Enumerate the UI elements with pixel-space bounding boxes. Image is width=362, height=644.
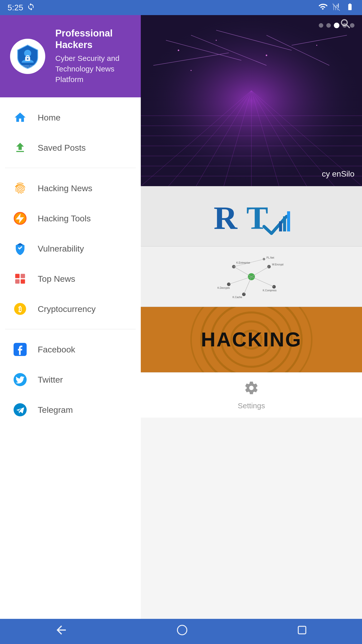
- svg-rect-46: [279, 221, 282, 231]
- status-right: [318, 2, 354, 13]
- svg-text:PL.Net: PL.Net: [266, 256, 274, 259]
- svg-text:K.Decrypts: K.Decrypts: [217, 287, 230, 289]
- svg-rect-47: [283, 216, 286, 231]
- back-button[interactable]: [54, 623, 68, 640]
- menu-section-social: Facebook Twitter: [0, 329, 141, 430]
- svg-text:W.Encrypt: W.Encrypt: [272, 263, 284, 266]
- menu-section-categories: Hacking News Hacking Tools: [0, 168, 141, 329]
- grid-icon: [13, 271, 28, 286]
- svg-rect-8: [15, 279, 20, 284]
- right-panel-header: [141, 15, 362, 35]
- banner-text: cy enSilo: [322, 169, 354, 179]
- saved-posts-label: Saved Posts: [38, 143, 86, 153]
- menu-item-cryptocurrency[interactable]: ₿ Cryptocurrency: [0, 294, 141, 324]
- svg-line-59: [251, 277, 274, 287]
- svg-text:ON SECURITY: ON SECURITY: [24, 67, 31, 68]
- svg-point-40: [216, 40, 217, 41]
- drawer: PROFESSIONAL HACKERS ON SECURITY Profess…: [0, 15, 141, 619]
- svg-point-43: [191, 70, 192, 71]
- sync-icon: [27, 3, 35, 13]
- drawer-menu: Home Saved Posts: [0, 97, 141, 619]
- rt-logo-svg: R T: [211, 196, 292, 236]
- svg-point-41: [266, 55, 267, 56]
- recent-apps-button[interactable]: [296, 624, 308, 639]
- status-time: 5:25: [8, 3, 23, 12]
- facebook-icon: [13, 342, 28, 357]
- svg-line-57: [251, 267, 269, 277]
- hacking-news-label: Hacking News: [38, 183, 92, 193]
- save-icon: [13, 140, 28, 155]
- telegram-label: Telegram: [38, 405, 73, 415]
- settings-area[interactable]: Settings: [141, 372, 362, 418]
- facebook-label: Facebook: [38, 345, 75, 354]
- fingerprint-icon: [13, 181, 28, 196]
- menu-item-telegram[interactable]: Telegram: [0, 395, 141, 425]
- hero-banner: cy enSilo: [141, 15, 362, 186]
- telegram-icon: [13, 402, 28, 417]
- svg-rect-48: [287, 211, 290, 231]
- settings-label: Settings: [238, 401, 265, 410]
- menu-section-main: Home Saved Posts: [0, 97, 141, 168]
- main-layout: PROFESSIONAL HACKERS ON SECURITY Profess…: [0, 15, 362, 619]
- gear-icon: [244, 380, 259, 399]
- top-news-label: Top News: [38, 274, 75, 284]
- svg-point-39: [178, 50, 179, 51]
- app-name: Professional Hackers: [55, 28, 131, 51]
- svg-line-58: [229, 277, 251, 284]
- home-label: Home: [38, 113, 61, 123]
- cryptocurrency-label: Cryptocurrency: [38, 304, 96, 314]
- network-background: [141, 15, 362, 186]
- network-diagram: K.Entreprise W.Encrypt K.Decrypts K.Comp…: [214, 252, 289, 302]
- svg-rect-6: [15, 274, 20, 278]
- bottom-nav-bar: [0, 619, 362, 644]
- lightning-icon: [13, 211, 28, 226]
- wifi-icon: [318, 2, 327, 13]
- bitcoin-icon: ₿: [13, 301, 28, 316]
- menu-item-vulnerability[interactable]: Vulnerability: [0, 233, 141, 264]
- vulnerability-label: Vulnerability: [38, 244, 84, 254]
- status-bar: 5:25: [0, 0, 362, 15]
- search-icon[interactable]: [339, 18, 352, 33]
- twitter-icon: [13, 372, 28, 387]
- svg-point-2: [27, 58, 28, 60]
- svg-text:K.Compress: K.Compress: [263, 289, 277, 292]
- signal-icon: [332, 2, 340, 13]
- app-logo: PROFESSIONAL HACKERS ON SECURITY: [10, 39, 45, 74]
- menu-item-top-news[interactable]: Top News: [0, 264, 141, 294]
- svg-point-14: [14, 403, 27, 416]
- svg-text:T: T: [246, 200, 268, 236]
- drawer-header-text: Professional Hackers Cyber Security and …: [55, 28, 131, 85]
- svg-rect-75: [298, 626, 306, 634]
- svg-line-56: [234, 267, 251, 277]
- twitter-label: Twitter: [38, 375, 63, 385]
- svg-rect-9: [21, 279, 25, 284]
- svg-rect-7: [21, 274, 25, 278]
- card-hacking[interactable]: HACKING: [141, 307, 362, 372]
- hacking-tools-label: Hacking Tools: [38, 214, 91, 223]
- svg-text:₿: ₿: [18, 305, 22, 313]
- card-network[interactable]: K.Entreprise W.Encrypt K.Decrypts K.Comp…: [141, 247, 362, 307]
- menu-item-facebook[interactable]: Facebook: [0, 334, 141, 365]
- shield-icon: [13, 241, 28, 256]
- battery-icon: [345, 3, 354, 13]
- status-left: 5:25: [8, 3, 35, 13]
- svg-point-42: [316, 45, 317, 46]
- home-icon: [13, 110, 28, 125]
- menu-item-saved-posts[interactable]: Saved Posts: [0, 133, 141, 163]
- app-subtitle: Cyber Security and Technology News Platf…: [55, 53, 131, 85]
- menu-item-hacking-tools[interactable]: Hacking Tools: [0, 203, 141, 233]
- menu-item-home[interactable]: Home: [0, 102, 141, 133]
- svg-line-60: [244, 277, 251, 294]
- menu-item-hacking-news[interactable]: Hacking News: [0, 173, 141, 203]
- svg-text:K.Entreprise: K.Entreprise: [236, 261, 250, 264]
- svg-text:R: R: [214, 200, 238, 236]
- svg-text:K.Cache: K.Cache: [233, 296, 242, 299]
- right-panel: cy enSilo R T: [141, 15, 362, 619]
- drawer-header: PROFESSIONAL HACKERS ON SECURITY Profess…: [0, 15, 141, 97]
- menu-item-twitter[interactable]: Twitter: [0, 365, 141, 395]
- hacking-card-text: HACKING: [201, 328, 302, 351]
- card-rt[interactable]: R T: [141, 186, 362, 247]
- home-button[interactable]: [176, 624, 188, 639]
- cards-area: R T: [141, 186, 362, 619]
- svg-point-74: [177, 625, 187, 635]
